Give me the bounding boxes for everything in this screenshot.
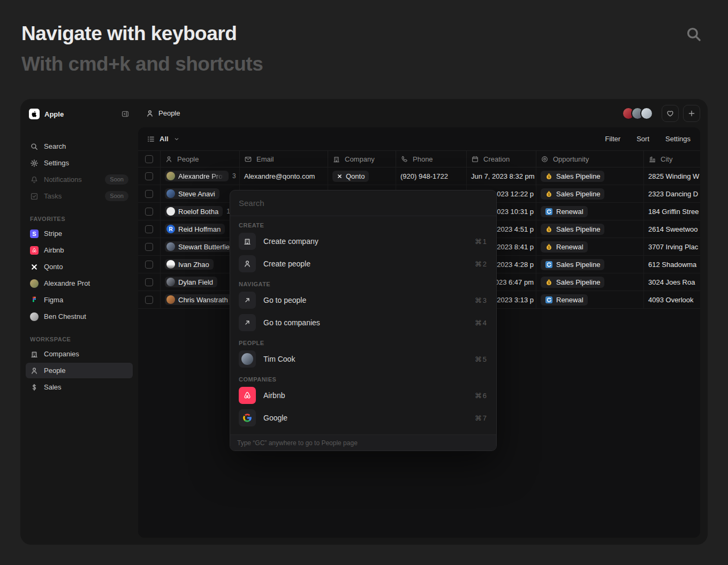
table-row[interactable]: Alexandre Prot3 Alexandre@qonto.com Qont…: [138, 167, 700, 185]
sidebar-item-qonto[interactable]: Qonto: [26, 259, 133, 274]
command-item-go-to-companies[interactable]: Go to companies ⌘4: [230, 311, 496, 334]
command-search-input[interactable]: [239, 198, 488, 208]
person-chip[interactable]: Roelof Botha: [165, 206, 223, 217]
avatar: [241, 353, 253, 365]
sidebar-item-companies[interactable]: Companies: [26, 346, 133, 362]
row-checkbox[interactable]: [145, 208, 153, 216]
row-checkbox[interactable]: [145, 225, 153, 233]
sidebar-item-people[interactable]: People: [26, 363, 133, 378]
workspace-switcher[interactable]: Apple: [26, 106, 133, 121]
person-icon: [146, 109, 154, 118]
opportunity-chip[interactable]: Renewal: [541, 241, 588, 253]
apple-logo: [29, 109, 40, 119]
row-checkbox[interactable]: [145, 278, 153, 286]
person-chip[interactable]: Ivan Zhao: [165, 259, 214, 270]
column-header-email[interactable]: Email: [240, 151, 328, 167]
opportunity-chip[interactable]: Renewal: [541, 294, 588, 306]
creation-cell[interactable]: Jun 7, 2023 8:32 pm: [467, 167, 536, 185]
column-header-people[interactable]: People: [161, 151, 240, 167]
opportunity-chip[interactable]: Sales Pipeline: [541, 259, 604, 270]
sidebar-item-tasks: Tasks Soon: [26, 188, 133, 204]
person-chip[interactable]: Steve Anavi: [165, 188, 219, 199]
phone-cell[interactable]: (920) 948-1722: [396, 167, 467, 185]
opportunity-chip[interactable]: Sales Pipeline: [541, 171, 604, 182]
sidebar-item-ben-chestnut[interactable]: Ben Chestnut: [26, 309, 133, 324]
city-cell[interactable]: 184 Griffin Stree: [644, 203, 700, 220]
row-checkbox[interactable]: [145, 172, 153, 180]
person-chip[interactable]: Chris Wanstrath: [165, 294, 232, 305]
sidebar-item-alexandre-prot[interactable]: Alexandre Prot: [26, 276, 133, 291]
sidebar-item-airbnb[interactable]: Airbnb: [26, 242, 133, 258]
member-avatars[interactable]: [622, 107, 653, 120]
command-item-tim-cook[interactable]: Tim Cook ⌘5: [230, 348, 496, 370]
global-search-icon[interactable]: [685, 25, 703, 43]
sidebar-item-figma[interactable]: Figma: [26, 292, 133, 308]
row-checkbox[interactable]: [145, 261, 153, 269]
command-item-create-company[interactable]: Create company ⌘1: [230, 230, 496, 253]
person-chip[interactable]: Stewart Butterfield: [165, 241, 235, 252]
sort-button[interactable]: Sort: [636, 135, 649, 143]
city-cell[interactable]: 3707 Irving Plac: [644, 238, 700, 255]
command-item-create-people[interactable]: Create people ⌘2: [230, 253, 496, 275]
shortcut-badge: ⌘5: [475, 355, 488, 363]
city-cell[interactable]: 2825 Winding W: [644, 167, 700, 185]
city-cell[interactable]: 2323 Dancing D: [644, 185, 700, 202]
city-cell[interactable]: 2614 Sweetwoo: [644, 220, 700, 238]
sidebar-item-label: Ben Chestnut: [44, 312, 86, 320]
sidebar-item-settings[interactable]: Settings: [26, 155, 133, 171]
opportunity-cell[interactable]: Renewal: [536, 203, 644, 220]
opportunity-chip[interactable]: Sales Pipeline: [541, 277, 604, 288]
sidebar-item-sales[interactable]: Sales: [26, 379, 133, 395]
company-cell[interactable]: Qonto: [328, 167, 396, 185]
view-switcher[interactable]: All: [147, 135, 180, 143]
column-header-company[interactable]: Company: [328, 151, 396, 167]
row-checkbox[interactable]: [145, 296, 153, 304]
sidebar-item-search[interactable]: Search: [26, 139, 133, 154]
avatar: [30, 279, 39, 288]
opportunity-cell[interactable]: Sales Pipeline: [536, 273, 644, 291]
email-cell[interactable]: Alexandre@qonto.com: [240, 167, 328, 185]
command-item-google[interactable]: Google ⌘7: [230, 407, 496, 429]
calendar-icon: [471, 155, 479, 163]
filter-button[interactable]: Filter: [605, 135, 620, 143]
collapse-sidebar-icon[interactable]: [121, 110, 130, 118]
opportunity-cell[interactable]: Sales Pipeline: [536, 256, 644, 273]
column-header-creation[interactable]: Creation: [467, 151, 536, 167]
opportunity-cell[interactable]: Renewal: [536, 291, 644, 308]
opportunity-chip[interactable]: Renewal: [541, 206, 588, 217]
favorite-button[interactable]: [662, 105, 679, 122]
city-cell[interactable]: 612 Shadowma: [644, 256, 700, 273]
command-section-label: NAVIGATE: [230, 275, 496, 289]
person-chip[interactable]: RReid Hoffman: [165, 224, 225, 234]
opportunity-chip[interactable]: Sales Pipeline: [541, 188, 604, 200]
command-section-label: CREATE: [230, 216, 496, 230]
column-header-opportunity[interactable]: Opportunity: [536, 151, 644, 167]
select-all-checkbox[interactable]: [145, 155, 153, 163]
row-checkbox[interactable]: [145, 243, 153, 251]
company-chip[interactable]: Qonto: [332, 171, 369, 182]
opportunity-cell[interactable]: Sales Pipeline: [536, 185, 644, 202]
command-item-airbnb[interactable]: Airbnb ⌘6: [230, 384, 496, 407]
opportunity-cell[interactable]: Renewal: [536, 238, 644, 255]
opportunity-cell[interactable]: Sales Pipeline: [536, 220, 644, 238]
opportunity-cell[interactable]: Sales Pipeline: [536, 167, 644, 185]
person-chip[interactable]: Dylan Field: [165, 277, 217, 287]
city-cell[interactable]: 3024 Joes Roa: [644, 273, 700, 291]
dollar-icon: [30, 383, 39, 392]
sidebar-item-stripe[interactable]: S Stripe: [26, 226, 133, 241]
city-cell[interactable]: 4093 Overlook: [644, 291, 700, 308]
row-checkbox[interactable]: [145, 190, 153, 198]
column-header-city[interactable]: City: [644, 151, 700, 167]
settings-button[interactable]: Settings: [665, 135, 691, 143]
money-bag-icon: [545, 225, 553, 233]
add-button[interactable]: [683, 105, 700, 122]
sidebar-item-label: Figma: [44, 296, 63, 304]
bell-icon: [30, 175, 39, 184]
opportunity-chip[interactable]: Sales Pipeline: [541, 224, 604, 235]
figma-logo: [30, 296, 39, 304]
command-item-go-to-people[interactable]: Go to people ⌘3: [230, 289, 496, 311]
command-section-label: COMPANIES: [230, 370, 496, 384]
column-header-phone[interactable]: Phone: [396, 151, 467, 167]
person-chip[interactable]: Alexandre Prot: [165, 171, 229, 181]
heart-icon: [666, 109, 674, 118]
